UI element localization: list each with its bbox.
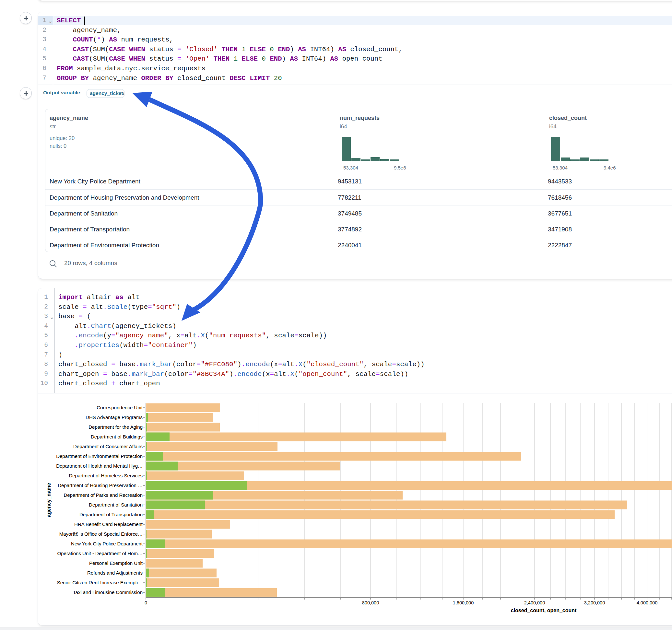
svg-text:Department of Sanitation: Department of Sanitation — [89, 502, 143, 508]
svg-text:Personal Exemption Unit: Personal Exemption Unit — [89, 560, 143, 566]
svg-text:Senior Citizen Rent Increase E: Senior Citizen Rent Increase Exempti… — [57, 580, 143, 585]
svg-text:Department of Health and Menta: Department of Health and Mental Hyg… — [56, 463, 143, 468]
svg-text:DHS Advantage Programs: DHS Advantage Programs — [86, 414, 143, 420]
svg-text:HRA Benefit Card Replacement: HRA Benefit Card Replacement — [74, 522, 143, 527]
svg-text:2,400,000: 2,400,000 — [524, 600, 545, 605]
svg-text:Mayorâ€ s Office of Special En: Mayorâ€ s Office of Special Enforce… — [59, 531, 143, 537]
svg-text:Department of Housing Preserva: Department of Housing Preservation … — [58, 483, 143, 488]
svg-text:Department of Consumer Affairs: Department of Consumer Affairs — [73, 444, 143, 449]
svg-text:Refunds and Adjustments: Refunds and Adjustments — [87, 570, 143, 576]
svg-text:800,000: 800,000 — [362, 600, 379, 605]
svg-text:Department for the Aging: Department for the Aging — [89, 424, 143, 430]
svg-text:Department of Parks and Recrea: Department of Parks and Recreation — [64, 492, 143, 498]
svg-text:Department of Buildings: Department of Buildings — [91, 434, 143, 439]
svg-text:New York City Police Departmen: New York City Police Department — [71, 541, 143, 547]
svg-text:closed_count, open_count: closed_count, open_count — [511, 608, 577, 613]
svg-text:agency_name: agency_name — [46, 483, 51, 517]
svg-text:Correspondence Unit: Correspondence Unit — [97, 405, 143, 410]
svg-text:Department of Environmental Pr: Department of Environmental Protection — [56, 453, 143, 459]
svg-text:0: 0 — [145, 600, 147, 605]
svg-text:1,600,000: 1,600,000 — [453, 600, 474, 605]
svg-text:Operations Unit - Department o: Operations Unit - Department of Hom… — [57, 551, 143, 556]
svg-text:3,200,000: 3,200,000 — [584, 600, 605, 605]
svg-text:4,000,000: 4,000,000 — [637, 600, 658, 605]
svg-text:Department of Homeless Service: Department of Homeless Services — [69, 473, 143, 478]
svg-text:Taxi and Limousine Commission: Taxi and Limousine Commission — [73, 589, 143, 595]
svg-text:Department of Transportation: Department of Transportation — [79, 512, 143, 517]
